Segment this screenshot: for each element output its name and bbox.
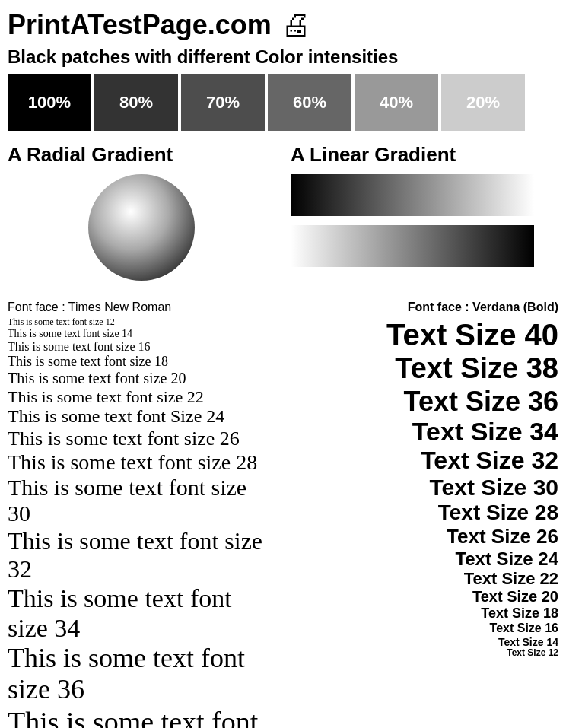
verdana-text-item: Text Size 32 [274,447,558,475]
linear-bar-light [291,225,534,267]
verdana-text-item: Text Size 34 [274,417,558,447]
printer-icon: 🖨 [281,8,311,42]
radial-section: A Radial Gradient [8,143,275,288]
verdana-text-item: Text Size 38 [274,352,558,386]
header: PrintATestPage.com 🖨 [8,8,558,42]
times-section: Font face : Times New Roman This is some… [8,300,266,728]
linear-bar-dark [291,174,534,216]
verdana-text-item: Text Size 12 [274,648,558,659]
patches-section: Black patches with different Color inten… [8,46,558,131]
times-text-item: This is some text font size 38 [8,706,266,729]
linear-section: A Linear Gradient [291,143,558,267]
verdana-text-item: Text Size 20 [274,588,558,606]
radial-label: A Radial Gradient [8,143,275,167]
verdana-section: Font face : Verdana (Bold) Text Size 40T… [274,300,558,658]
color-patch: 100% [8,74,91,131]
times-text-item: This is some text font size 20 [8,370,266,387]
times-text-item: This is some text font size 18 [8,354,266,370]
times-text-item: This is some text font size 22 [8,387,266,406]
times-text-item: This is some text font size 36 [8,643,266,706]
radial-ball [88,174,195,281]
verdana-text-item: Text Size 14 [274,636,558,648]
color-patch: 20% [441,74,525,131]
times-text-item: This is some text font size 26 [8,428,266,450]
color-patch: 80% [94,74,178,131]
patches-title: Black patches with different Color inten… [8,46,558,68]
times-text-item: This is some text font size 30 [8,475,266,527]
patches-row: 100%80%70%60%40%20% [8,74,558,131]
times-text-item: This is some text font size 28 [8,450,266,475]
times-text-item: This is some text font size 34 [8,583,266,643]
verdana-text-item: Text Size 16 [274,622,558,635]
times-text-item: This is some text font Size 24 [8,406,266,428]
times-text-item: This is some text font size 12 [8,317,266,328]
times-texts: This is some text font size 12This is so… [8,317,266,728]
color-patch: 70% [181,74,265,131]
times-text-item: This is some text font size 32 [8,527,266,583]
verdana-text-item: Text Size 24 [274,548,558,570]
verdana-text-item: Text Size 28 [274,501,558,525]
site-title: PrintATestPage.com [8,9,272,41]
verdana-text-item: Text Size 36 [274,386,558,417]
gradients-section: A Radial Gradient A Linear Gradient [8,143,558,288]
times-text-item: This is some text font size 16 [8,340,266,354]
color-patch: 60% [268,74,351,131]
verdana-text-item: Text Size 22 [274,569,558,588]
linear-label: A Linear Gradient [291,143,558,167]
times-text-item: This is some text font size 14 [8,328,266,340]
verdana-text-item: Text Size 26 [274,526,558,548]
verdana-text-item: Text Size 40 [274,317,558,352]
verdana-text-item: Text Size 30 [274,475,558,501]
times-label: Font face : Times New Roman [8,300,266,314]
verdana-label: Font face : Verdana (Bold) [274,300,558,314]
verdana-texts: Text Size 40Text Size 38Text Size 36Text… [274,317,558,658]
fonts-section: Font face : Times New Roman This is some… [8,300,558,728]
verdana-text-item: Text Size 18 [274,606,558,622]
color-patch: 40% [355,74,438,131]
